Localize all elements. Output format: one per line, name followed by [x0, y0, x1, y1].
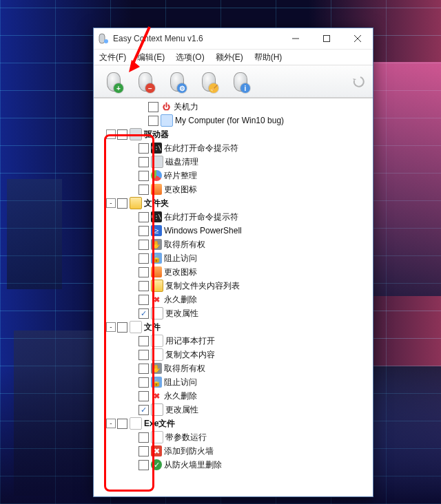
tree-node-label: 驱动器: [144, 129, 169, 140]
tree-row[interactable]: ✖永久删除: [96, 389, 373, 403]
tree-node-label: 更改图标: [164, 184, 197, 196]
maximize-button[interactable]: [311, 28, 342, 49]
toolbar-clean-button[interactable]: 🧹: [193, 68, 223, 94]
menubar: 文件(F) 编辑(E) 选项(O) 额外(E) 帮助(H): [94, 50, 373, 65]
tree-row[interactable]: 复制文件夹内容列表: [96, 279, 373, 293]
tree-row[interactable]: -Exe文件: [96, 417, 373, 430]
tree-node-icon: [151, 431, 163, 443]
tree-row[interactable]: 用记事本打开: [96, 334, 373, 348]
tree-node-label: 文件: [144, 322, 161, 333]
tree-row[interactable]: ✓从防火墙里删除: [96, 458, 373, 472]
tree-checkbox[interactable]: [139, 157, 149, 167]
tree-checkbox[interactable]: [139, 391, 149, 401]
tree-node-icon: [130, 321, 142, 333]
tree-row[interactable]: 带参数运行: [96, 430, 373, 444]
tree-checkbox[interactable]: [139, 460, 149, 470]
tree-checkbox[interactable]: [139, 226, 149, 236]
tree-node-label: My Computer (for Win10 bug): [175, 116, 284, 125]
tree-row[interactable]: ✖添加到防火墙: [96, 444, 373, 458]
tree-row[interactable]: 🔒阻止访问: [96, 251, 373, 265]
tree-node-icon: [151, 266, 162, 277]
tree-checkbox[interactable]: [139, 212, 149, 222]
tree-checkbox[interactable]: [117, 322, 127, 333]
menu-file[interactable]: 文件(F): [95, 50, 130, 65]
tree-node-label: 永久删除: [164, 294, 197, 306]
tree-row[interactable]: 碎片整理: [96, 169, 373, 182]
tree-row[interactable]: ✋取得所有权: [96, 361, 373, 375]
tree-checkbox[interactable]: [117, 198, 127, 209]
tree-row[interactable]: ≥Windows PowerShell: [96, 224, 373, 238]
tree-expander[interactable]: -: [106, 129, 116, 139]
tree-row[interactable]: ✋取得所有权: [96, 238, 373, 251]
tree-node-icon: [151, 170, 162, 181]
mouse-remove-icon: −: [136, 71, 154, 92]
tree-checkbox[interactable]: [139, 308, 149, 319]
tree-row[interactable]: C:\在此打开命令提示符: [96, 141, 373, 155]
menu-options[interactable]: 选项(O): [172, 50, 208, 65]
tree-node-icon: [130, 417, 142, 430]
tree-checkbox[interactable]: [139, 267, 149, 277]
tree-row[interactable]: -文件: [96, 320, 373, 334]
tree-checkbox[interactable]: [139, 143, 149, 154]
tree-row[interactable]: ✖永久删除: [96, 293, 373, 306]
tree-row[interactable]: 更改属性: [96, 403, 373, 417]
tree-node-icon: ✓: [151, 459, 162, 470]
toolbar-apply-add-button[interactable]: +: [98, 68, 128, 94]
tree-checkbox[interactable]: [139, 295, 149, 305]
tree-checkbox[interactable]: [139, 171, 149, 181]
tree-area[interactable]: ⏻关机力My Computer (for Win10 bug)-驱动器C:\在此…: [94, 98, 373, 496]
tree-node-icon: ✖: [151, 445, 162, 456]
tree-checkbox[interactable]: [117, 129, 127, 140]
tree-checkbox[interactable]: [139, 253, 149, 264]
tree-checkbox[interactable]: [139, 377, 149, 388]
tree-row[interactable]: My Computer (for Win10 bug): [96, 114, 373, 127]
tree-row[interactable]: 🔒阻止访问: [96, 375, 373, 389]
tree-checkbox[interactable]: [139, 336, 149, 346]
tree-checkbox[interactable]: [139, 446, 149, 456]
toolbar-settings-button[interactable]: ⚙: [161, 68, 192, 94]
toolbar-about-button[interactable]: i: [225, 68, 255, 94]
tree-row[interactable]: 更改图标: [96, 182, 373, 196]
tree-checkbox[interactable]: [139, 281, 149, 291]
close-button[interactable]: [342, 28, 373, 49]
tree-node-label: 复制文件夹内容列表: [165, 280, 240, 292]
tree-node-label: 用记事本打开: [165, 335, 215, 347]
tree-checkbox[interactable]: [139, 185, 149, 195]
tree-node-label: 在此打开命令提示符: [164, 143, 238, 154]
tree-node-icon: [151, 280, 163, 292]
tree-node-label: Windows PowerShell: [164, 226, 242, 235]
minimize-button[interactable]: [280, 28, 311, 49]
tree-row[interactable]: -驱动器: [96, 127, 373, 141]
toolbar-apply-remove-button[interactable]: −: [130, 68, 160, 94]
tree-row[interactable]: 更改图标: [96, 265, 373, 279]
tree-row[interactable]: 更改属性: [96, 306, 373, 320]
tree-row[interactable]: C:\在此打开命令提示符: [96, 210, 373, 224]
tree-checkbox[interactable]: [139, 432, 149, 443]
tree-node-label: 更改属性: [165, 404, 198, 416]
tree-checkbox[interactable]: [139, 350, 149, 360]
tree-node-icon: [151, 335, 163, 347]
tree-node-label: 磁盘清理: [165, 156, 198, 168]
tree-node-icon: ⏻: [161, 101, 172, 112]
tree-checkbox[interactable]: [139, 405, 149, 415]
tree-expander[interactable]: -: [106, 419, 116, 428]
tree-node-icon: [151, 307, 163, 319]
tree-node-label: 更改图标: [164, 266, 197, 278]
tree-checkbox[interactable]: [139, 240, 149, 250]
tree-expander[interactable]: -: [106, 322, 116, 332]
menu-help[interactable]: 帮助(H): [250, 50, 287, 65]
tree-node-icon: [161, 114, 173, 127]
undo-icon[interactable]: [351, 74, 366, 89]
tree-row[interactable]: -文件夹: [96, 196, 373, 210]
tree-row[interactable]: 磁盘清理: [96, 155, 373, 169]
tree-row[interactable]: 复制文本内容: [96, 348, 373, 361]
tree-checkbox[interactable]: [117, 419, 127, 429]
tree-checkbox[interactable]: [148, 116, 158, 126]
tree-checkbox[interactable]: [148, 102, 158, 112]
menu-edit[interactable]: 编辑(E): [133, 50, 169, 65]
tree-checkbox[interactable]: [139, 364, 149, 374]
tree-node-label: 从防火墙里删除: [164, 459, 222, 471]
tree-expander[interactable]: -: [106, 198, 116, 208]
menu-extra[interactable]: 额外(E): [212, 50, 247, 65]
tree-row[interactable]: ⏻关机力: [96, 100, 373, 114]
